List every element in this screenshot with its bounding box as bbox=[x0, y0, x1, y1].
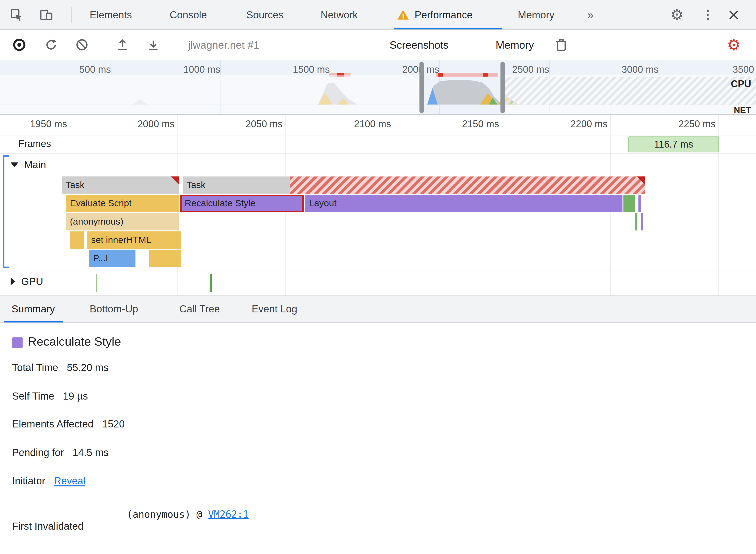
overview-tick: 1500 ms bbox=[283, 64, 330, 75]
tab-summary[interactable]: Summary bbox=[4, 295, 62, 322]
tab-label: Network bbox=[321, 9, 358, 20]
gpu-activity-mark[interactable] bbox=[96, 274, 98, 292]
cpu-label: CPU bbox=[731, 78, 751, 90]
capture-settings-gear-icon[interactable]: ⚙ bbox=[725, 36, 743, 53]
timeline-tick: 2000 ms bbox=[126, 119, 175, 130]
main-track-header[interactable]: Main bbox=[11, 159, 46, 171]
flame-event-parse-html[interactable]: P...L bbox=[89, 250, 136, 267]
event-label: Evaluate Script bbox=[70, 198, 131, 209]
summary-row: Pending for 14.5 ms bbox=[12, 447, 108, 458]
download-profile-icon[interactable] bbox=[145, 36, 162, 53]
timeline-overview[interactable]: 500 ms 1000 ms 1500 ms 2000 ms 2500 ms 3… bbox=[0, 60, 756, 115]
memory-checkbox-label[interactable]: Memory bbox=[496, 30, 534, 60]
flame-event-small[interactable] bbox=[70, 231, 84, 249]
tab-call-tree[interactable]: Call Tree bbox=[172, 295, 228, 322]
stack-frame-text: (anonymous) @ bbox=[127, 508, 208, 520]
devtools-main-toolbar: Elements Console Sources Network Perform… bbox=[0, 0, 756, 30]
profile-selector[interactable]: jlwagner.net #1 bbox=[188, 30, 259, 60]
flame-event-recalculate-style-selected[interactable]: Recalculate Style bbox=[180, 195, 304, 212]
track-label: Main bbox=[24, 159, 46, 171]
overview-tick: 3500 bbox=[708, 64, 754, 75]
more-tabs-button[interactable]: » bbox=[587, 0, 594, 30]
disclosure-triangle-icon bbox=[11, 278, 15, 285]
screenshots-checkbox-label[interactable]: Screenshots bbox=[389, 30, 448, 60]
summary-row-label: Initiator bbox=[12, 475, 45, 487]
overview-tick: 1000 ms bbox=[174, 64, 220, 75]
frames-track-label: Frames bbox=[18, 138, 51, 149]
devtools-app: Elements Console Sources Network Perform… bbox=[0, 0, 756, 554]
tab-label: Elements bbox=[90, 9, 132, 20]
timeline-tick: 2150 ms bbox=[451, 119, 499, 130]
flame-event-layout[interactable]: Layout bbox=[305, 195, 622, 212]
frame-duration-value: 116.7 ms bbox=[654, 139, 693, 150]
tab-performance[interactable]: Performance bbox=[396, 0, 473, 30]
long-task-stripes bbox=[290, 176, 645, 193]
tab-event-log[interactable]: Event Log bbox=[244, 295, 305, 322]
main-flame-chart: Task Task Evaluate Script Recalculate St… bbox=[0, 176, 756, 269]
summary-pane: Recalculate Style Total Time 55.20 ms Se… bbox=[0, 323, 756, 554]
flame-chart-area[interactable]: 1950 ms 2000 ms 2050 ms 2100 ms 2150 ms … bbox=[0, 115, 756, 295]
summary-row-value: 1520 bbox=[102, 419, 125, 430]
event-label: (anonymous) bbox=[70, 216, 123, 227]
frame-duration-box[interactable]: 116.7 ms bbox=[628, 136, 719, 153]
selection-handle-left[interactable] bbox=[419, 62, 424, 113]
tab-label: Memory bbox=[518, 9, 554, 20]
summary-title: Recalculate Style bbox=[28, 335, 121, 348]
flame-event-evaluate-script[interactable]: Evaluate Script bbox=[66, 195, 179, 212]
gpu-activity-mark[interactable] bbox=[210, 274, 212, 292]
track-label: GPU bbox=[21, 276, 43, 287]
upload-profile-icon[interactable] bbox=[114, 36, 131, 53]
long-task-marker bbox=[436, 73, 498, 76]
row-divider bbox=[0, 153, 756, 154]
selection-handle-right[interactable] bbox=[500, 62, 505, 113]
toolbar-separator bbox=[654, 7, 654, 23]
first-invalidated-label: First Invalidated bbox=[12, 520, 84, 532]
tab-label: Performance bbox=[415, 9, 473, 20]
gpu-track-header[interactable]: GPU bbox=[11, 276, 43, 287]
performance-toolbar: jlwagner.net #1 Screenshots Memory ⚙ bbox=[0, 30, 756, 60]
flame-event-paint[interactable] bbox=[624, 195, 635, 212]
summary-row: Elements Affected 1520 bbox=[12, 419, 124, 430]
tab-network[interactable]: Network bbox=[321, 0, 358, 30]
tab-bottom-up[interactable]: Bottom-Up bbox=[82, 295, 146, 322]
label-text: Screenshots bbox=[389, 39, 448, 51]
flame-event-anonymous[interactable]: (anonymous) bbox=[66, 213, 179, 230]
flame-event-small[interactable] bbox=[149, 250, 181, 267]
device-toolbar-icon[interactable] bbox=[39, 7, 54, 23]
timeline-tick: 2050 ms bbox=[234, 119, 283, 130]
event-label: Layout bbox=[309, 198, 336, 209]
tab-memory[interactable]: Memory bbox=[518, 0, 554, 30]
tab-sources[interactable]: Sources bbox=[246, 0, 283, 30]
flame-event-small[interactable] bbox=[638, 195, 641, 212]
details-tab-bar: Summary Bottom-Up Call Tree Event Log bbox=[0, 295, 756, 323]
close-icon[interactable] bbox=[726, 7, 742, 23]
flame-event-small[interactable] bbox=[641, 213, 643, 230]
tab-console[interactable]: Console bbox=[170, 0, 207, 30]
flame-event-task-long[interactable]: Task bbox=[183, 176, 645, 193]
tab-elements[interactable]: Elements bbox=[90, 0, 132, 30]
flame-event-small[interactable] bbox=[635, 213, 637, 230]
timeline-tick: 1950 ms bbox=[19, 119, 67, 130]
summary-row: Total Time 55.20 ms bbox=[12, 362, 108, 374]
summary-row-value: 14.5 ms bbox=[72, 447, 109, 458]
clear-recording-button[interactable] bbox=[73, 36, 91, 53]
disclosure-triangle-icon bbox=[11, 162, 18, 167]
reload-record-button[interactable] bbox=[43, 36, 60, 53]
trash-icon[interactable] bbox=[553, 36, 570, 53]
toolbar-separator bbox=[71, 7, 72, 23]
flame-event-task[interactable]: Task bbox=[62, 176, 179, 193]
flame-event-set-innerhtml[interactable]: set innerHTML bbox=[87, 231, 181, 249]
kebab-menu-icon[interactable] bbox=[700, 7, 715, 23]
tab-label: Bottom-Up bbox=[90, 303, 138, 315]
inspect-element-icon[interactable] bbox=[9, 7, 24, 23]
event-label: Recalculate Style bbox=[184, 198, 255, 209]
event-label: Task bbox=[186, 180, 205, 190]
record-button[interactable] bbox=[11, 36, 28, 53]
reveal-link[interactable]: Reveal bbox=[54, 475, 86, 487]
settings-gear-icon[interactable]: ⚙ bbox=[669, 7, 685, 23]
source-location-link[interactable]: VM262:1 bbox=[208, 508, 249, 520]
summary-row: Self Time 19 µs bbox=[12, 390, 88, 402]
profile-selector-value: jlwagner.net #1 bbox=[188, 39, 259, 51]
event-color-swatch bbox=[12, 337, 22, 348]
overview-dim-right bbox=[505, 75, 756, 115]
